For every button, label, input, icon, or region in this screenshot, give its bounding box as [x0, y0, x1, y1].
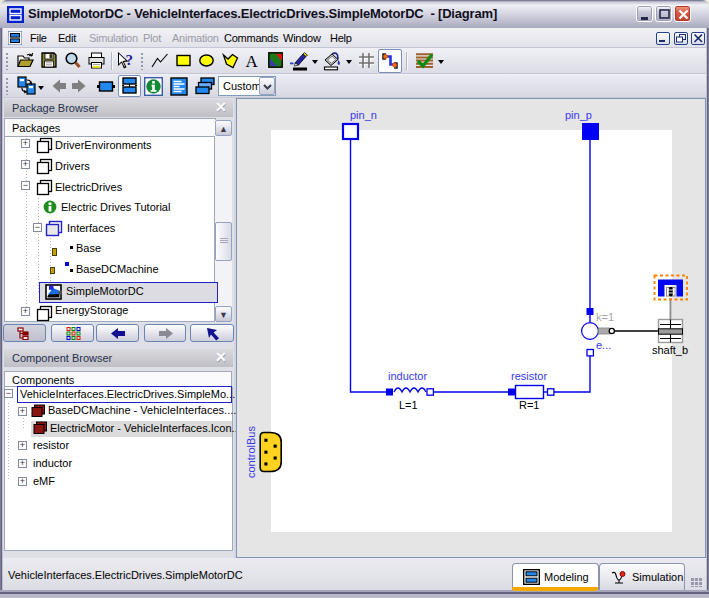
- svg-text:A: A: [246, 52, 259, 69]
- svg-text:?: ?: [126, 52, 134, 68]
